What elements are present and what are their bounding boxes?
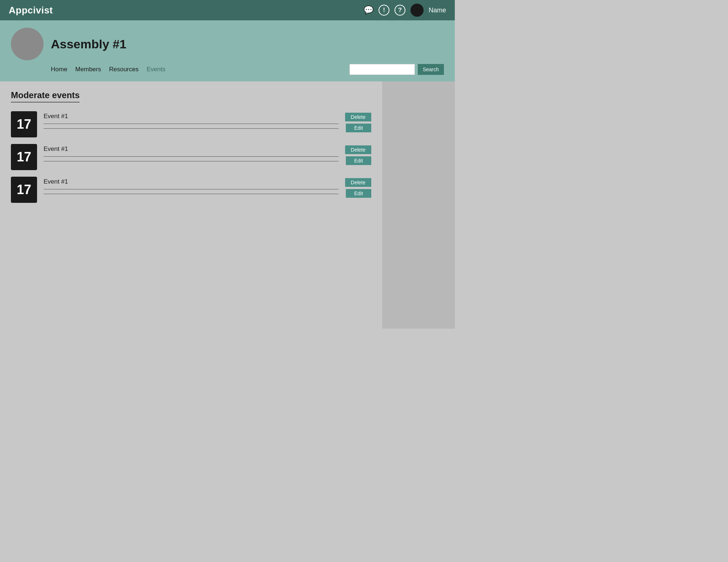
edit-button-1[interactable]: Edit [346,124,371,132]
assembly-nav: Home Members Resources Events [51,66,173,73]
event-name-3: Event #1 [44,178,339,185]
event-details-1: Event #1 [44,111,339,129]
event-name-1: Event #1 [44,113,339,120]
content-area: Moderate events 17 Event #1 Delete Edit … [0,81,382,329]
nav-resources[interactable]: Resources [109,66,146,73]
delete-button-1[interactable]: Delete [345,113,371,121]
event-date-2: 17 [11,144,37,170]
nav-home[interactable]: Home [51,66,75,73]
event-name-2: Event #1 [44,145,339,153]
event-item: 17 Event #1 Delete Edit [11,111,371,137]
event-item: 17 Event #1 Delete Edit [11,144,371,170]
search-area: Search [349,64,444,75]
event-date-1: 17 [11,111,37,137]
search-button[interactable]: Search [418,64,444,75]
search-input[interactable] [349,64,415,75]
edit-button-2[interactable]: Edit [346,156,371,165]
delete-button-2[interactable]: Delete [345,145,371,154]
app-header: Appcivist 💬 ! ? Name [0,0,455,20]
assembly-avatar [11,28,44,60]
event-item: 17 Event #1 Delete Edit [11,177,371,203]
banner-top: Assembly #1 [11,28,444,60]
nav-members[interactable]: Members [75,66,109,73]
nav-events[interactable]: Events [146,66,173,73]
event-details-3: Event #1 [44,177,339,194]
event-actions-2: Delete Edit [345,144,371,165]
alert-icon[interactable]: ! [379,5,389,16]
event-list: 17 Event #1 Delete Edit 17 Event #1 [11,111,371,203]
help-icon[interactable]: ? [395,5,405,16]
edit-button-3[interactable]: Edit [346,189,371,198]
delete-button-3[interactable]: Delete [345,178,371,187]
user-name: Name [429,7,446,14]
section-title: Moderate events [11,90,80,103]
main-layout: Moderate events 17 Event #1 Delete Edit … [0,81,455,329]
sidebar [382,81,455,329]
assembly-title: Assembly #1 [51,37,126,51]
app-title: Appcivist [9,5,53,16]
event-details-2: Event #1 [44,144,339,161]
event-actions-3: Delete Edit [345,177,371,198]
event-actions-1: Delete Edit [345,111,371,132]
header-right: 💬 ! ? Name [364,4,446,17]
assembly-banner: Assembly #1 Home Members Resources Event… [0,20,455,81]
avatar[interactable] [410,4,424,17]
event-date-3: 17 [11,177,37,203]
chat-icon[interactable]: 💬 [364,5,373,15]
